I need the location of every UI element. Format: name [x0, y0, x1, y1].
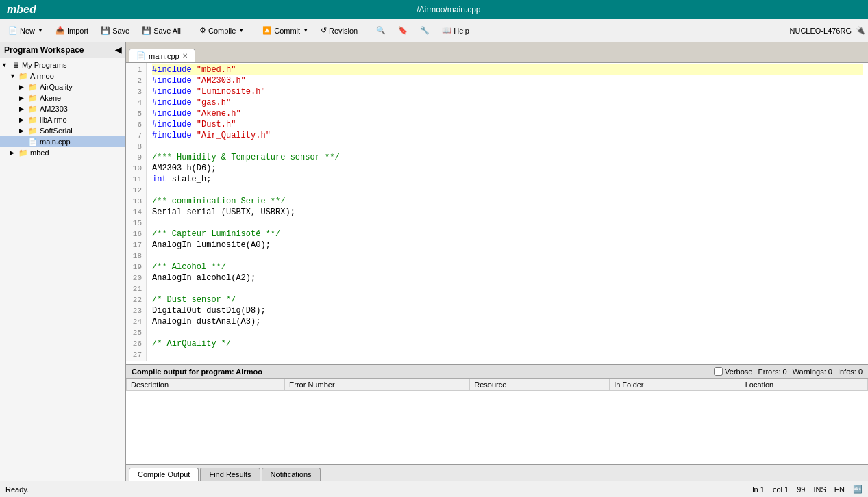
compile-button[interactable]: ⚙ Compile ▼ [194, 22, 249, 40]
help-button[interactable]: 📖 Help [436, 22, 475, 40]
toggle-airmoo[interactable]: ▼ [10, 73, 18, 79]
code-line [152, 141, 863, 152]
save-button[interactable]: 💾 Save [95, 22, 135, 40]
sidebar-item-libairmo[interactable]: ▶ 📁 libAirmo [0, 114, 125, 125]
verbose-checkbox-container[interactable]: Verbose [714, 367, 752, 376]
toggle-softserial[interactable]: ▶ [19, 127, 27, 134]
code-line: #include "mbed.h" [152, 64, 863, 75]
device-icon: 🔌 [856, 26, 865, 35]
help-icon: 📖 [442, 26, 451, 35]
titlebar: mbed /Airmoo/main.cpp [0, 0, 868, 19]
verbose-label: Verbose [725, 368, 752, 376]
tab-main-cpp[interactable]: 📄 main.cpp ✕ [129, 49, 195, 62]
folder-icon-airquality: 📁 [27, 82, 38, 92]
toggle-libairmo[interactable]: ▶ [19, 116, 27, 123]
code-content: 1 2 3 4 5 6 7 8 9 10 11 12 13 14 15 16 1 [126, 63, 868, 361]
line-indicator: ln 1 [752, 485, 765, 494]
compile-dropdown-arrow[interactable]: ▼ [238, 27, 244, 34]
toolbar-separator-2 [253, 23, 253, 38]
code-line [152, 283, 863, 294]
new-icon: 📄 [8, 26, 18, 35]
sidebar-collapse-icon[interactable]: ◀ [115, 45, 121, 55]
tab-close-button[interactable]: ✕ [182, 52, 188, 60]
main-area: Program Workspace ◀ ▼ 🖥 My Programs ▼ 📁 … [0, 42, 868, 481]
sidebar-item-mbed[interactable]: ▶ 📁 mbed [0, 147, 125, 158]
bottom-panel-header: Compile output for program: Airmoo Verbo… [126, 365, 868, 379]
sidebar-item-softserial[interactable]: ▶ 📁 SoftSerial [0, 125, 125, 136]
code-line [152, 349, 863, 360]
code-line: /*** Humidity & Temperature sensor **/ [152, 152, 863, 163]
code-line: AM2303 h(D6); [152, 163, 863, 174]
code-lines[interactable]: #include "mbed.h" #include "AM2303.h" #i… [147, 63, 868, 361]
commit-button[interactable]: 🔼 Commit ▼ [257, 22, 314, 40]
statusbar-right: ln 1 col 1 99 INS EN 🔤 [752, 485, 863, 494]
toggle-mbed[interactable]: ▶ [10, 149, 18, 156]
code-line: #include "Luminosite.h" [152, 86, 863, 97]
col-header-location: Location [741, 379, 867, 391]
bookmark-button[interactable]: 🔖 [393, 22, 413, 40]
new-button[interactable]: 📄 New ▼ [3, 22, 49, 40]
toggle-airquality[interactable]: ▶ [19, 84, 27, 90]
infos-badge: Infos: 0 [838, 368, 863, 376]
revision-icon: ↺ [321, 26, 327, 35]
col-header-description: Description [127, 379, 285, 391]
language-indicator: EN [834, 485, 845, 494]
new-dropdown-arrow[interactable]: ▼ [38, 27, 43, 34]
file-icon-main-cpp: 📄 [27, 137, 38, 146]
output-table: Description Error Number Resource In Fol… [126, 379, 868, 464]
sidebar: Program Workspace ◀ ▼ 🖥 My Programs ▼ 📁 … [0, 42, 126, 481]
code-line [152, 218, 863, 229]
revision-button[interactable]: ↺ Revision [315, 22, 363, 40]
commit-dropdown-arrow[interactable]: ▼ [303, 27, 308, 34]
table-header-row: Description Error Number Resource In Fol… [127, 379, 868, 391]
sidebar-item-my-programs[interactable]: ▼ 🖥 My Programs [0, 60, 125, 71]
ins-mode: INS [813, 485, 826, 494]
sidebar-title: Program Workspace [4, 45, 84, 55]
tab-icon: 📄 [136, 51, 146, 60]
sidebar-item-am2303[interactable]: ▶ 📁 AM2303 [0, 103, 125, 114]
col-header-in-folder: In Folder [610, 379, 741, 391]
tab-find-results[interactable]: Find Results [200, 468, 260, 481]
sidebar-item-akene[interactable]: ▶ 📁 Akene [0, 92, 125, 103]
code-line: DigitalOut dustDig(D8); [152, 305, 863, 316]
search-icon: 🔍 [376, 26, 386, 35]
search-button[interactable]: 🔍 [371, 22, 391, 40]
folder-icon-am2303: 📁 [27, 104, 38, 114]
toggle-my-programs[interactable]: ▼ [1, 62, 10, 68]
status-text: Ready. [5, 485, 29, 494]
save-all-icon: 💾 [142, 26, 151, 35]
compile-results-table: Description Error Number Resource In Fol… [126, 379, 868, 391]
sidebar-tree: ▼ 🖥 My Programs ▼ 📁 Airmoo ▶ 📁 AirQualit… [0, 58, 125, 481]
bottom-header-right: Verbose Errors: 0 Warnings: 0 Infos: 0 [714, 367, 863, 376]
sidebar-item-airmoo[interactable]: ▼ 📁 Airmoo [0, 71, 125, 81]
toggle-am2303[interactable]: ▶ [19, 105, 27, 112]
tab-notifications[interactable]: Notifications [262, 468, 321, 481]
code-line: Serial serial (USBTX, USBRX); [152, 207, 863, 218]
folder-icon-softserial: 📁 [27, 126, 38, 136]
tools-icon: 🔧 [420, 26, 430, 35]
toggle-akene[interactable]: ▶ [19, 94, 27, 101]
code-line: AnalogIn alcohol(A2); [152, 272, 863, 283]
sidebar-item-main-cpp[interactable]: ▶ 📄 main.cpp [0, 136, 125, 147]
tab-label: main.cpp [149, 52, 179, 60]
code-line: #include "Air_Quality.h" [152, 130, 863, 141]
save-all-button[interactable]: 💾 Save All [136, 22, 186, 40]
sidebar-item-airquality[interactable]: ▶ 📁 AirQuality [0, 81, 125, 92]
verbose-checkbox[interactable] [714, 367, 723, 376]
code-line: /* AirQuality */ [152, 338, 863, 349]
bookmark-icon: 🔖 [398, 26, 408, 35]
code-line: int state_h; [152, 174, 863, 185]
folder-icon: 📁 [18, 71, 29, 81]
compile-output-title: Compile output for program: Airmoo [132, 368, 262, 376]
col-header-resource: Resource [470, 379, 610, 391]
logo: mbed [7, 3, 36, 16]
warnings-badge: Warnings: 0 [793, 368, 832, 376]
code-line [152, 185, 863, 196]
code-line: /** Capteur Luminisoté **/ [152, 229, 863, 240]
code-editor[interactable]: 1 2 3 4 5 6 7 8 9 10 11 12 13 14 15 16 1 [126, 63, 868, 364]
code-line: #include "Akene.h" [152, 108, 863, 119]
tools-button[interactable]: 🔧 [414, 22, 435, 40]
import-button[interactable]: 📥 Import [50, 22, 94, 40]
tab-compile-output[interactable]: Compile Output [129, 468, 199, 481]
toolbar-separator-1 [190, 23, 190, 38]
